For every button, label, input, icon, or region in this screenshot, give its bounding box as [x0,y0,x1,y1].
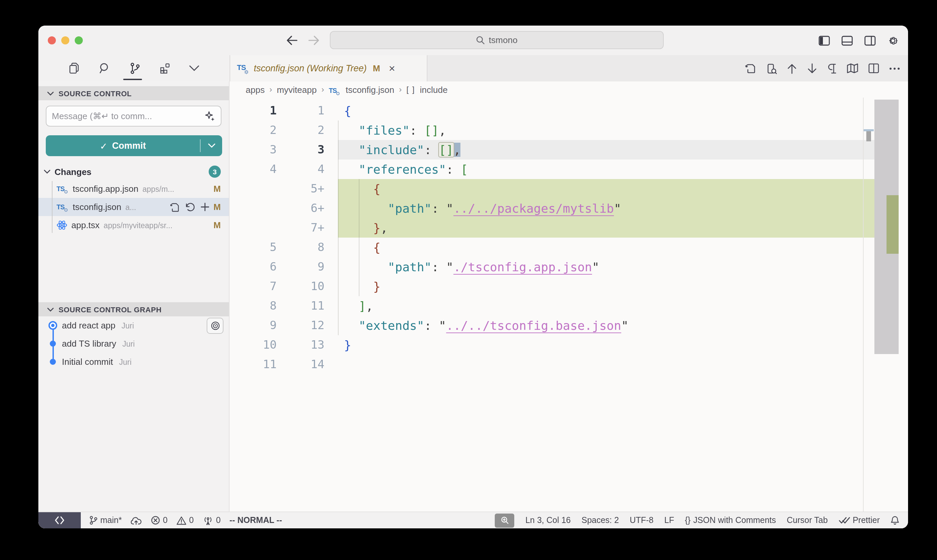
editor-pane: apps › myviteapp › TS tsconfig.json › [ … [229,82,908,512]
notifications-button[interactable] [891,515,899,525]
cloud-upload-icon [131,516,142,525]
code-line-10[interactable]: 710 } [229,277,908,296]
encoding-indicator[interactable]: UTF-8 [630,515,654,525]
file-row-tsconfig-app-json[interactable]: TS tsconfig.app.json apps/m... M [38,180,229,198]
indentation-indicator[interactable]: Spaces: 2 [582,515,619,525]
code-token: : [431,260,446,274]
code-line-9[interactable]: 69 "path": "./tsconfig.app.json" [229,257,908,277]
close-window-button[interactable] [48,36,56,45]
additional-views-button[interactable] [189,65,199,71]
remote-indicator[interactable] [38,512,81,528]
minimize-window-button[interactable] [61,36,69,45]
toggle-panel-button[interactable] [842,35,853,45]
cursor-position-indicator[interactable]: Ln 3, Col 16 [525,515,571,525]
commit-row-initial-commit[interactable]: Initial commit Juri [38,353,229,371]
commit-message-box [46,106,222,126]
cursor-tab-indicator[interactable]: Cursor Tab [787,515,828,525]
code-line-14[interactable]: 1114 [229,355,908,374]
file-row-app-tsx[interactable]: app.tsx apps/myviteapp/sr... M [38,216,229,234]
review-changes-button[interactable] [766,63,777,74]
indent-guide [338,296,338,316]
command-center-search[interactable]: tsmono [330,31,664,49]
formatter-name: Prettier [852,515,880,525]
zoom-indicator[interactable] [495,513,515,527]
tab-tsconfig-working-tree[interactable]: TS tsconfig.json (Working Tree) M × [229,55,428,82]
code-line-content: "files": [], [338,120,908,140]
commit-dropdown-button[interactable] [201,143,222,148]
code-token: { [344,104,351,118]
settings-button[interactable] [887,35,899,46]
arrow-right-icon [308,36,320,45]
code-line-2[interactable]: 22 "files": [], [229,120,908,140]
modified-badge: M [213,184,221,194]
commit-button[interactable]: ✓ Commit [46,135,222,156]
status-bar: main* 0 0 0 -- NORMAL -- [38,512,908,528]
check-icon: ✓ [100,140,108,151]
language-mode-indicator[interactable]: {} JSON with Comments [685,515,776,525]
formatter-indicator[interactable]: Prettier [839,515,880,525]
breadcrumb: apps › myviteapp › TS tsconfig.json › [ … [229,82,908,98]
code-line-7[interactable]: 7+ }, [229,218,908,238]
code-line-13[interactable]: 1013} [229,335,908,355]
changes-section-header[interactable]: Changes 3 [38,163,229,180]
warnings-indicator[interactable]: 0 [176,515,194,525]
original-line-number: 7 [229,277,283,296]
commit-message-input[interactable] [52,111,201,121]
forward-button[interactable] [308,36,320,45]
previous-change-button[interactable] [787,63,797,74]
code-line-12[interactable]: 912 "extends": "../../tsconfig.base.json… [229,316,908,335]
code-line-3[interactable]: 33 "include": [], [229,140,908,160]
source-control-graph-section-header[interactable]: SOURCE CONTROL GRAPH [38,302,229,316]
file-row-tsconfig-json[interactable]: TS tsconfig.json a... M [38,198,229,216]
vim-mode-indicator[interactable]: -- NORMAL -- [229,515,282,525]
next-change-button[interactable] [807,63,817,74]
zoom-window-button[interactable] [75,36,83,45]
toggle-primary-sidebar-button[interactable] [819,35,830,45]
eol-indicator[interactable]: LF [665,515,674,525]
open-file-icon[interactable] [170,202,179,212]
toggle-whitespace-button[interactable] [827,63,837,74]
sync-changes-button[interactable] [131,516,142,525]
commit-row-add-ts-library[interactable]: add TS library Juri [38,334,229,353]
open-changes-button[interactable] [745,63,756,74]
code-line-6[interactable]: 6+ "path": "../../packages/mytslib" [229,198,908,218]
braces-icon: {} [685,515,691,525]
tsconfig-file-icon: TS [329,86,341,95]
code-line-11[interactable]: 811 ], [229,296,908,316]
code-line-8[interactable]: 58 { [229,238,908,257]
code-line-4[interactable]: 44 "references": [ [229,160,908,179]
commit-row-add-react-app[interactable]: add react app Juri [38,316,229,334]
commit-head-dot [48,321,57,330]
breadcrumb-separator: › [399,85,402,94]
breadcrumb-tsconfig-json[interactable]: tsconfig.json [346,85,394,95]
sparkle-icon[interactable] [205,111,215,122]
goto-head-button[interactable] [207,317,223,334]
code-line-1[interactable]: 11{ [229,101,908,120]
breadcrumb-apps[interactable]: apps [246,85,265,95]
search-view-button[interactable] [98,62,111,75]
modified-line-number: 12 [283,316,328,335]
split-editor-button[interactable] [868,63,879,73]
arrow-up-icon [787,63,797,74]
stage-changes-icon[interactable] [201,203,209,211]
source-control-section-header[interactable]: SOURCE CONTROL [38,86,229,100]
discard-changes-icon[interactable] [185,203,195,211]
errors-indicator[interactable]: 0 [151,515,168,525]
back-button[interactable] [286,36,297,45]
code-line-5[interactable]: 5+ { [229,179,908,198]
breadcrumb-include[interactable]: include [420,85,447,95]
extensions-view-button[interactable] [159,62,172,75]
indent-guide [338,140,338,160]
breadcrumb-myviteapp[interactable]: myviteapp [277,85,317,95]
explorer-view-button[interactable] [68,62,81,75]
ports-indicator[interactable]: 0 [203,515,221,525]
source-control-view-button[interactable] [129,62,142,75]
code-token: , [380,221,388,235]
more-actions-button[interactable] [889,67,900,70]
modified-line-number: 9 [283,257,328,277]
toggle-secondary-sidebar-button[interactable] [864,35,876,45]
branch-indicator[interactable]: main* [89,515,122,525]
open-map-button[interactable] [847,63,858,73]
tab-close-button[interactable]: × [389,63,395,74]
search-value: tsmono [489,35,517,45]
